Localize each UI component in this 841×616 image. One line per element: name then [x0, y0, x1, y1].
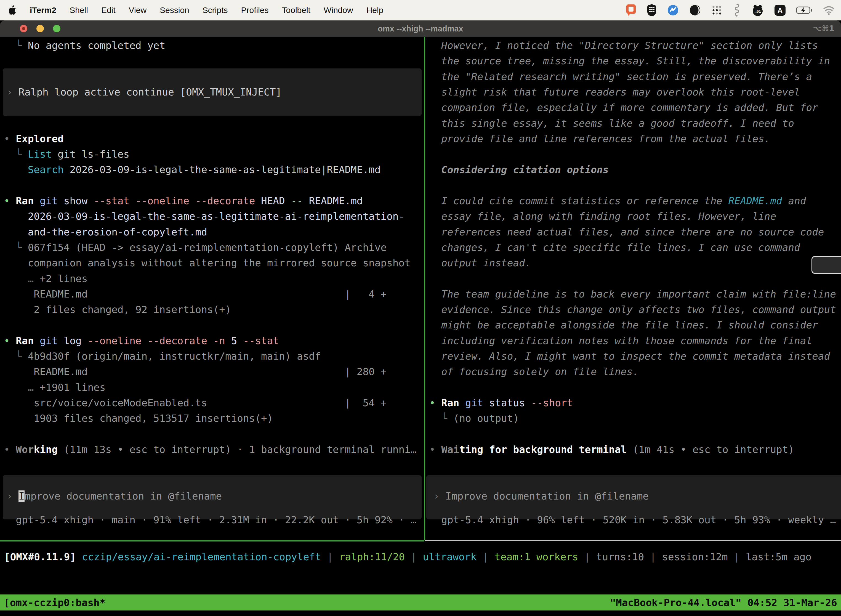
terminal-text-segment: output instead. — [429, 257, 531, 268]
menu-item-shell[interactable]: Shell — [70, 6, 88, 15]
terminal-text-segment: gpt-5.4 xhigh · main · 91% left · 2.31M … — [4, 514, 417, 525]
terminal-text-segment: --oneline --decorate -n — [82, 335, 225, 346]
terminal-line: └ List git ls-files — [0, 147, 424, 162]
terminal-text-segment: 2026-03-09-is-legal-the-same-as-legitima… — [64, 164, 381, 175]
menu-item-edit[interactable]: Edit — [101, 6, 116, 15]
tmux-pane-divider[interactable] — [424, 37, 425, 540]
terminal-text-segment: --short — [525, 397, 573, 408]
hook-icon[interactable] — [733, 4, 741, 17]
terminal-line: the source tree, missing the essay. Stil… — [425, 53, 841, 69]
tmux-session-window-label[interactable]: [omx-cczip0:bash* — [4, 597, 105, 608]
terminal-line: references need actual files, and since … — [425, 224, 841, 240]
terminal-text-segment: • — [429, 397, 441, 408]
terminal-line: the "Related research writing" section i… — [425, 69, 841, 84]
terminal-text-segment: … — [4, 273, 34, 284]
terminal-text-segment: The team guideline is to back every impo… — [429, 288, 836, 300]
terminal-text-segment: ultrawork — [417, 551, 483, 562]
macos-menu-bar: iTerm2 ShellEditViewSessionScriptsProfil… — [0, 0, 841, 21]
terminal-text-segment: › — [7, 87, 19, 98]
terminal-text-segment: (no output) — [453, 413, 519, 424]
terminal-text-segment: | — [734, 551, 740, 562]
menu-items: iTerm2 ShellEditViewSessionScriptsProfil… — [8, 5, 383, 15]
battery-icon[interactable] — [796, 6, 812, 14]
screen-tooltip-overlay: Scre — [812, 256, 841, 274]
terminal-text-segment: • — [429, 444, 441, 455]
apple-icon[interactable] — [8, 5, 16, 15]
terminal-text-segment: I could cite commit statistics or refere… — [429, 195, 728, 207]
terminal-text-segment: and — [782, 195, 806, 207]
terminal-pane-right[interactable]: However, I noticed the "Directory Struct… — [425, 37, 841, 540]
window-title-bar: omx --xhigh --madmax ⌥⌘1 — [0, 21, 841, 37]
menu-item-window[interactable]: Window — [324, 6, 353, 15]
terminal-content: └ No agents completed yet› Ralph loop ac… — [0, 37, 841, 616]
terminal-text-segment: Ralph loop active continue [OMX_TMUX_INJ… — [19, 87, 282, 98]
terminal-text-segment: 5 — [225, 335, 237, 346]
terminal-text-segment: companion analysis without altering the … — [4, 257, 410, 268]
terminal-text-segment: changes, I can't cite specific file line… — [429, 242, 800, 253]
terminal-text-segment: Search — [4, 164, 64, 175]
menu-item-scripts[interactable]: Scripts — [202, 6, 228, 15]
terminal-text-segment: cczip/essay/ai-reimplementation-copyleft — [76, 551, 327, 562]
wifi-icon[interactable] — [823, 5, 835, 15]
terminal-line: └ (no output) — [425, 411, 841, 426]
dots-grid-icon[interactable] — [711, 5, 722, 16]
terminal-text-segment: • — [4, 133, 16, 144]
terminal-text-segment: README.md — [728, 195, 782, 207]
terminal-text-segment: └ — [4, 351, 28, 362]
terminal-line: README.md | 4 + — [0, 286, 424, 302]
terminal-line: this single essay, it seems like a good … — [425, 116, 841, 131]
terminal-line: output instead. — [425, 255, 841, 271]
terminal-line: └ No agents completed yet — [0, 38, 424, 53]
terminal-text-segment: └ — [429, 413, 453, 424]
terminal-text-segment: review. Also, I might want to inspect th… — [429, 351, 830, 362]
terminal-text-segment: Ran — [16, 335, 34, 346]
terminal-text-segment: log — [58, 335, 82, 346]
terminal-text-segment: references need actual files, and since … — [429, 226, 824, 238]
terminal-line: companion file, especially if more comme… — [425, 100, 841, 115]
menu-item-help[interactable]: Help — [366, 6, 384, 15]
terminal-text-segment: No agents completed yet — [28, 40, 166, 51]
terminal-text-segment: ralph:11/20 — [333, 551, 411, 562]
right-pane-bottom-border — [425, 540, 841, 541]
prompt-input-line: › Improve documentation in @filename — [425, 488, 841, 504]
terminal-text-segment: evidence. Since this change only affects… — [429, 304, 836, 315]
terminal-text-segment: README.md | 280 + — [4, 366, 387, 377]
terminal-line: └ 067f154 (HEAD -> essay/ai-reimplementa… — [0, 240, 424, 255]
right-model-status-line: gpt-5.4 xhigh · 96% left · 520K in · 5.8… — [425, 512, 841, 528]
terminal-line: 2026-03-09-is-legal-the-same-as-legitima… — [0, 209, 424, 224]
menu-item-view[interactable]: View — [129, 6, 147, 15]
terminal-text-segment: status — [483, 397, 525, 408]
terminal-text-segment: -- — [285, 195, 303, 207]
blue-badge-icon[interactable] — [667, 4, 679, 16]
menu-item-toolbelt[interactable]: Toolbelt — [282, 6, 311, 15]
terminal-line: companion analysis without altering the … — [0, 255, 424, 271]
terminal-text-segment: List — [28, 148, 52, 160]
terminal-text-segment: Explored — [16, 133, 63, 144]
screenshot-app-icon[interactable] — [626, 4, 636, 16]
terminal-text-segment: • — [4, 335, 16, 346]
terminal-line: • Ran git log --oneline --decorate -n 5 … — [0, 333, 424, 349]
terminal-text-segment: the "Related research writing" section i… — [429, 71, 812, 82]
terminal-line: evidence. Since this change only affects… — [425, 302, 841, 317]
svg-text:..61: ..61 — [755, 9, 761, 13]
terminal-text-segment: git — [34, 335, 58, 346]
terminal-line: The team guideline is to back every impo… — [425, 286, 841, 302]
menu-item-profiles[interactable]: Profiles — [241, 6, 268, 15]
terminal-line: might be acceptable alongside the file l… — [425, 317, 841, 333]
terminal-text-segment: • — [4, 444, 16, 455]
terminal-text-segment: team:1 workers — [489, 551, 585, 562]
terminal-text-segment: └ — [4, 148, 28, 160]
timer-badge-icon[interactable]: ..61 — [752, 4, 764, 16]
letter-a-icon[interactable]: A — [774, 4, 786, 16]
terminal-text-segment: git ls-files — [51, 148, 129, 160]
keypad-shield-icon[interactable] — [647, 4, 657, 16]
terminal-line: including verification notes with those … — [425, 333, 841, 349]
terminal-text-segment: src/voice/voiceModeEnabled.ts | 54 + — [4, 397, 387, 408]
terminal-pane-left[interactable]: └ No agents completed yet› Ralph loop ac… — [0, 37, 424, 540]
moon-icon[interactable] — [689, 4, 701, 16]
terminal-text-segment: | — [584, 551, 590, 562]
terminal-line: changes, I can't cite specific file line… — [425, 240, 841, 255]
menu-item-app-name[interactable]: iTerm2 — [30, 6, 56, 15]
menu-item-session[interactable]: Session — [160, 6, 189, 15]
svg-text:A: A — [778, 6, 782, 14]
